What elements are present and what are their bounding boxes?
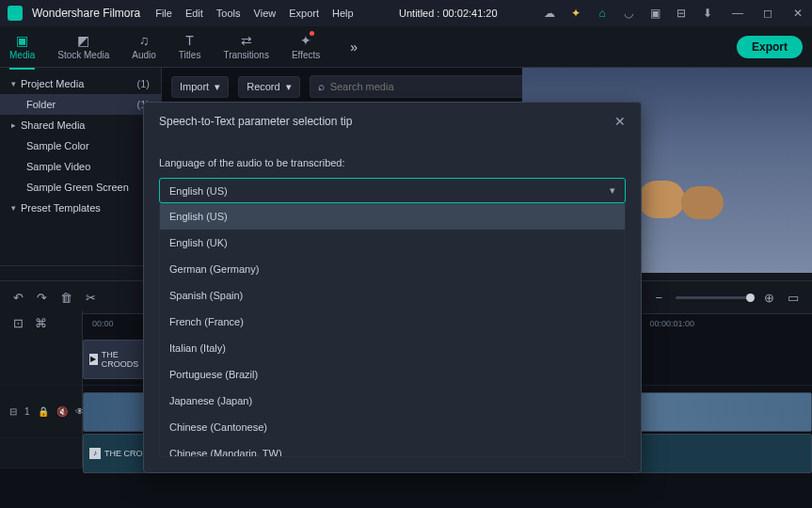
tree-sample-video[interactable]: Sample Video (0, 156, 161, 177)
tree-folder[interactable]: Folder(1) (0, 94, 161, 115)
lock-icon[interactable]: 🔒 (38, 406, 49, 417)
stock-icon: ◩ (77, 33, 89, 48)
menu-view[interactable]: View (254, 8, 277, 19)
chevron-down-icon: ▾ (610, 184, 615, 197)
menu-help[interactable]: Help (332, 8, 354, 19)
tab-stock-media[interactable]: ◩Stock Media (57, 33, 109, 60)
search-icon: ⌕ (318, 80, 325, 93)
chevron-down-icon: ▾ (11, 79, 21, 88)
track-collapse-icon[interactable]: ⊟ (9, 406, 17, 417)
modal-title: Speech-to-Text parameter selection tip (159, 115, 352, 128)
menu-tools[interactable]: Tools (216, 8, 241, 19)
close-icon[interactable]: ✕ (791, 7, 804, 20)
tree-sample-green[interactable]: Sample Green Screen (0, 177, 161, 198)
download-icon[interactable]: ⬇ (701, 7, 714, 20)
tree-shared-media[interactable]: ▸Shared Media (0, 115, 161, 135)
save-icon[interactable]: ▣ (648, 7, 661, 20)
mute-icon[interactable]: 🔇 (56, 406, 68, 417)
transitions-icon: ⇄ (241, 33, 252, 48)
tab-transitions[interactable]: ⇄Transitions (223, 33, 269, 60)
lang-option[interactable]: Spanish (Spain) (160, 282, 625, 309)
speech-to-text-modal: Speech-to-Text parameter selection tip ✕… (143, 102, 642, 473)
new-dot-icon (310, 31, 314, 36)
tab-audio[interactable]: ♫Audio (132, 33, 156, 60)
tabs-more-icon[interactable]: » (350, 40, 358, 55)
lang-option[interactable]: Chinese (Mandarin, TW) (160, 440, 625, 457)
redo-icon[interactable]: ↷ (37, 291, 47, 305)
menu-bar: File Edit Tools View Export Help (155, 8, 353, 19)
chevron-down-icon: ▾ (11, 203, 21, 213)
lang-option[interactable]: German (Germany) (160, 256, 625, 282)
record-dropdown[interactable]: Record▾ (238, 76, 299, 98)
lang-option[interactable]: English (US) (160, 203, 625, 230)
cloud-icon[interactable]: ☁ (543, 7, 556, 20)
ruler-tick: 00:00:01:00 (650, 319, 695, 328)
menu-export[interactable]: Export (289, 8, 319, 19)
lang-option[interactable]: French (France) (160, 309, 625, 335)
window-controls: — ◻ ✕ (731, 7, 804, 20)
archive-icon[interactable]: ⊟ (675, 7, 688, 20)
app-logo (8, 6, 23, 21)
titlebar: Wondershare Filmora File Edit Tools View… (0, 0, 812, 26)
zoom-slider[interactable] (676, 296, 751, 299)
cut-icon[interactable]: ✂ (86, 291, 96, 305)
titlebar-actions: ☁ ✦ ⌂ ◡ ▣ ⊟ ⬇ (543, 7, 714, 20)
audio-icon: ♫ (139, 33, 150, 48)
menu-edit[interactable]: Edit (185, 8, 203, 19)
ruler-tick: 00:00 (92, 319, 114, 328)
lang-option[interactable]: Japanese (Japan) (160, 388, 625, 414)
import-dropdown[interactable]: Import▾ (171, 76, 229, 98)
maximize-icon[interactable]: ◻ (761, 7, 774, 20)
project-title: Untitled : 00:02:41:20 (358, 8, 539, 19)
modal-header: Speech-to-Text parameter selection tip ✕ (144, 103, 641, 140)
music-icon: ♪ (89, 448, 101, 459)
language-dropdown-list: English (US) English (UK) German (German… (159, 203, 626, 457)
play-icon: ▶ (89, 354, 98, 365)
chevron-down-icon: ▾ (286, 81, 292, 93)
tab-effects[interactable]: ✦Effects (292, 33, 320, 60)
delete-icon[interactable]: 🗑 (60, 291, 72, 305)
tree-project-media[interactable]: ▾Project Media(1) (0, 73, 161, 94)
language-select[interactable]: English (US) ▾ (159, 178, 626, 203)
lang-option[interactable]: Chinese (Cantonese) (160, 414, 625, 440)
lightbulb-icon[interactable]: ✦ (569, 7, 582, 20)
chevron-down-icon: ▾ (215, 81, 220, 93)
lang-option[interactable]: English (UK) (160, 230, 625, 256)
link-icon[interactable]: ⌘ (35, 316, 47, 330)
track-head[interactable] (0, 333, 83, 385)
tab-titles[interactable]: TTitles (179, 33, 201, 60)
menu-file[interactable]: File (155, 8, 172, 19)
language-label: Language of the audio to be transcribed: (159, 157, 626, 168)
module-tabs: ▣Media ◩Stock Media ♫Audio TTitles ⇄Tran… (0, 26, 812, 68)
export-button[interactable]: Export (737, 36, 803, 58)
app-name: Wondershare Filmora (32, 7, 140, 20)
video-clip[interactable]: ▶THE CROODS (83, 340, 149, 379)
close-icon[interactable]: ✕ (614, 114, 626, 129)
tree-sample-color[interactable]: Sample Color (0, 135, 161, 156)
user-icon[interactable]: ◡ (622, 7, 635, 20)
chevron-right-icon: ▸ (11, 120, 21, 130)
fit-icon[interactable]: ▭ (788, 291, 799, 305)
modal-body: Language of the audio to be transcribed:… (144, 157, 641, 472)
titles-icon: T (185, 33, 194, 48)
zoom-out-icon[interactable]: − (655, 291, 662, 305)
selected-language: English (US) (169, 185, 228, 197)
lang-option[interactable]: Portuguese (Brazil) (160, 361, 625, 388)
timeline-side-tools: ⊡ ⌘ (0, 310, 83, 335)
track-head[interactable] (0, 438, 83, 468)
zoom-in-icon[interactable]: ⊕ (764, 291, 774, 305)
media-icon: ▣ (16, 33, 28, 48)
headphones-icon[interactable]: ⌂ (596, 7, 609, 20)
minimize-icon[interactable]: — (731, 7, 744, 20)
lang-option[interactable]: Italian (Italy) (160, 335, 625, 361)
undo-icon[interactable]: ↶ (13, 291, 24, 305)
marker-icon[interactable]: ⊡ (13, 316, 24, 330)
tree-preset-templates[interactable]: ▾Preset Templates (0, 198, 161, 218)
track-head[interactable]: ⊟ 1 🔒 🔇 👁 (0, 386, 83, 437)
tab-media[interactable]: ▣Media (9, 33, 35, 60)
